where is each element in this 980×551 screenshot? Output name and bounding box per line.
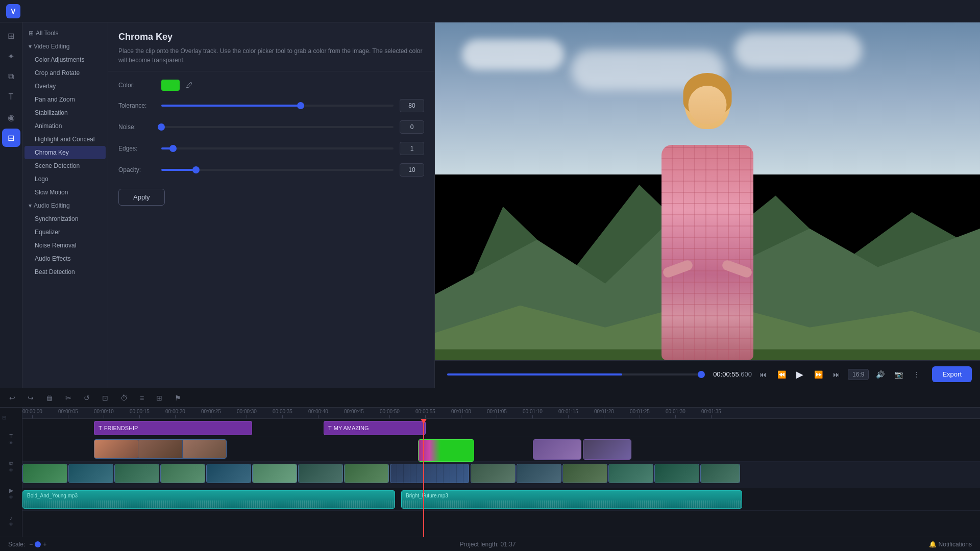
ruler-tick-100: 00:01:00 [451, 409, 471, 418]
sidebar-icon-layers[interactable]: ⧉ [2, 67, 20, 86]
crop-button[interactable]: ⊡ [99, 392, 111, 404]
marker-button[interactable]: ⚑ [172, 392, 184, 404]
eye2-icon[interactable]: 👁 [9, 468, 13, 473]
tools-item-stabilization[interactable]: Stabilization [24, 106, 106, 119]
video-clip-1[interactable] [94, 439, 227, 459]
eye3-icon[interactable]: 👁 [9, 495, 13, 500]
main-clip-8[interactable] [344, 464, 389, 483]
video-editing-label: Video Editing [34, 43, 70, 50]
volume-icon[interactable]: 🔊 [873, 367, 887, 382]
step-forward-button[interactable]: ⏩ [811, 367, 825, 382]
tools-item-crop-rotate[interactable]: Crop and Rotate [24, 66, 106, 80]
tools-item-color-adjustments[interactable]: Color Adjustments [24, 53, 106, 66]
tools-item-noise-removal[interactable]: Noise Removal [24, 239, 106, 252]
track-settings-icon[interactable]: ⊟ [2, 415, 6, 420]
duration-button[interactable]: ⏱ [117, 392, 131, 404]
sidebar-icon-magic[interactable]: ✦ [2, 47, 20, 65]
tools-item-beat-detection[interactable]: Beat Detection [24, 265, 106, 279]
video-icon: ▶ [9, 487, 13, 494]
icon-sidebar: ⊞ ✦ ⧉ T ◉ ⊟ [0, 22, 22, 388]
tools-item-scene-detection[interactable]: Scene Detection [24, 159, 106, 172]
sidebar-icon-circle[interactable]: ◉ [2, 108, 20, 127]
scale-slider[interactable]: − + [29, 541, 46, 548]
main-clip-2[interactable] [68, 464, 113, 483]
delete-button[interactable]: 🗑 [43, 392, 56, 404]
scale-minus-icon[interactable]: − [29, 541, 33, 548]
cut-button[interactable]: ✂ [62, 392, 75, 404]
time-display: 00:00:55.600 [713, 370, 752, 378]
main-clip-15[interactable] [700, 464, 740, 483]
preview-progress-bar[interactable] [447, 373, 705, 375]
preview-video [435, 22, 980, 360]
main-clip-13[interactable] [608, 464, 653, 483]
eye-icon[interactable]: 👁 [9, 440, 13, 445]
tools-item-synchronization[interactable]: Synchronization [24, 212, 106, 226]
tools-item-overlay[interactable]: Overlay [24, 80, 106, 93]
main-clip-1[interactable] [22, 464, 67, 483]
main-clip-14[interactable] [654, 464, 699, 483]
grid3-button[interactable]: ⊞ [153, 392, 165, 404]
overlay-clip-2[interactable] [583, 439, 631, 460]
tools-item-pan-zoom[interactable]: Pan and Zoom [24, 93, 106, 106]
aspect-ratio-badge[interactable]: 16:9 [848, 369, 869, 380]
color-picker-icon[interactable]: 🖊 [186, 81, 193, 89]
main-clip-10[interactable] [471, 464, 516, 483]
sidebar-icon-tools[interactable]: ⊟ [2, 129, 20, 147]
rotate-button[interactable]: ↺ [81, 392, 93, 404]
tools-item-slow-motion[interactable]: Slow Motion [24, 186, 106, 199]
step-back-button[interactable]: ⏪ [774, 367, 789, 382]
export-button[interactable]: Export [932, 366, 972, 382]
undo-button[interactable]: ↩ [6, 392, 18, 404]
sidebar-icon-grid[interactable]: ⊞ [2, 27, 20, 45]
more-options-icon[interactable]: ⋮ [910, 367, 924, 382]
audio-track-label: ♪ 👁 [0, 510, 22, 532]
timeline-content: ⊟ T 👁 ⧉ 👁 ▶ 👁 ♪ 👁 [0, 408, 980, 537]
overlay-clip-1[interactable] [533, 439, 581, 460]
eye4-icon[interactable]: 👁 [9, 522, 13, 527]
audio-editing-header[interactable]: ▾ Audio Editing [22, 199, 108, 212]
text-clip-friendship[interactable]: T FRIENDSHIP [94, 421, 252, 435]
main-clip-6[interactable] [252, 464, 297, 483]
main-clip-11[interactable] [517, 464, 561, 483]
main-clip-12[interactable] [562, 464, 607, 483]
params-desc: Place the clip onto the Overlay track. U… [118, 46, 424, 65]
ruler-tick-20: 00:00:20 [165, 409, 185, 418]
tools-item-chroma-key[interactable]: Chroma Key [24, 146, 106, 159]
list-button[interactable]: ≡ [137, 392, 147, 404]
tools-item-logo[interactable]: Logo [24, 172, 106, 186]
text-clip-my-amazing[interactable]: T MY AMAZING [324, 421, 426, 435]
opacity-value: 10 [400, 163, 424, 177]
redo-button[interactable]: ↪ [24, 392, 37, 404]
main-clip-7[interactable] [298, 464, 343, 483]
chevron-down-icon: ▾ [29, 43, 32, 50]
tolerance-slider[interactable] [161, 105, 394, 107]
tools-item-audio-effects[interactable]: Audio Effects [24, 252, 106, 265]
audio-clip-2[interactable]: Bright_Future.mp3 [401, 490, 742, 509]
main-clip-5[interactable] [206, 464, 251, 483]
noise-slider[interactable] [161, 126, 394, 128]
edges-slider[interactable] [161, 147, 394, 149]
skip-back-button[interactable]: ⏮ [756, 367, 770, 382]
text-track-icon: T [9, 433, 13, 439]
all-tools-header[interactable]: ⊞ All Tools [22, 27, 108, 40]
snapshot-icon[interactable]: 📷 [891, 367, 905, 382]
color-swatch[interactable] [161, 80, 180, 91]
tools-item-equalizer[interactable]: Equalizer [24, 226, 106, 239]
apply-button[interactable]: Apply [118, 189, 165, 206]
opacity-slider[interactable] [161, 169, 394, 171]
scale-plus-icon[interactable]: + [43, 541, 46, 548]
tools-item-highlight-conceal[interactable]: Highlight and Conceal [24, 133, 106, 146]
main-clip-3[interactable] [114, 464, 159, 483]
skip-forward-button[interactable]: ⏭ [829, 367, 844, 382]
green-clip[interactable] [418, 439, 474, 462]
notifications-button[interactable]: 🔔 Notifications [929, 541, 972, 548]
play-button[interactable]: ▶ [793, 367, 807, 382]
audio-clip-1[interactable]: Bold_And_Young.mp3 [22, 490, 395, 509]
tools-item-animation[interactable]: Animation [24, 119, 106, 133]
scale-thumb[interactable] [35, 541, 41, 547]
edges-label: Edges: [118, 145, 155, 152]
video-editing-header[interactable]: ▾ Video Editing [22, 40, 108, 53]
main-clip-4[interactable] [160, 464, 205, 483]
sidebar-icon-text[interactable]: T [2, 88, 20, 106]
main-clip-9[interactable] [390, 464, 469, 483]
